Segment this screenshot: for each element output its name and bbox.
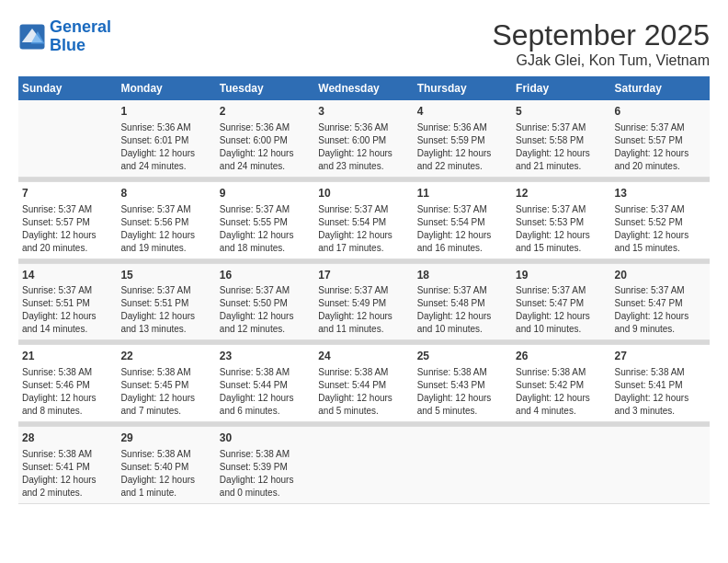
logo-text: General Blue: [50, 18, 111, 55]
calendar-cell: 12Sunrise: 5:37 AMSunset: 5:53 PMDayligh…: [512, 181, 610, 259]
day-number: 4: [417, 104, 508, 120]
cell-info: Sunrise: 5:37 AMSunset: 5:55 PMDaylight:…: [220, 203, 311, 255]
cell-info: Sunrise: 5:38 AMSunset: 5:41 PMDaylight:…: [615, 366, 706, 418]
calendar-cell: 21Sunrise: 5:38 AMSunset: 5:46 PMDayligh…: [18, 345, 117, 422]
calendar-cell: 15Sunrise: 5:37 AMSunset: 5:51 PMDayligh…: [117, 263, 215, 340]
day-number: 26: [516, 349, 607, 364]
calendar-cell: 27Sunrise: 5:38 AMSunset: 5:41 PMDayligh…: [611, 345, 710, 422]
day-number: 27: [615, 349, 706, 364]
calendar-cell: 3Sunrise: 5:36 AMSunset: 6:00 PMDaylight…: [314, 100, 413, 177]
weekday-header-wednesday: Wednesday: [314, 76, 413, 100]
calendar-cell: [314, 427, 413, 504]
weekday-header-sunday: Sunday: [18, 76, 117, 100]
calendar-cell: 28Sunrise: 5:38 AMSunset: 5:41 PMDayligh…: [18, 427, 117, 504]
day-number: 22: [120, 349, 211, 364]
calendar-cell: 13Sunrise: 5:37 AMSunset: 5:52 PMDayligh…: [611, 181, 710, 259]
calendar-cell: 24Sunrise: 5:38 AMSunset: 5:44 PMDayligh…: [314, 345, 413, 422]
cell-info: Sunrise: 5:36 AMSunset: 6:00 PMDaylight:…: [318, 121, 409, 173]
calendar-cell: [611, 427, 710, 504]
calendar-table: SundayMondayTuesdayWednesdayThursdayFrid…: [18, 76, 710, 504]
weekday-header-tuesday: Tuesday: [216, 76, 314, 100]
cell-info: Sunrise: 5:37 AMSunset: 5:57 PMDaylight:…: [615, 121, 706, 173]
calendar-cell: [512, 427, 610, 504]
calendar-cell: [18, 100, 117, 177]
cell-info: Sunrise: 5:37 AMSunset: 5:54 PMDaylight:…: [318, 203, 409, 255]
page-header: General Blue September 2025 GJak Glei, K…: [18, 18, 710, 69]
calendar-cell: 8Sunrise: 5:37 AMSunset: 5:56 PMDaylight…: [117, 181, 215, 259]
calendar-cell: 2Sunrise: 5:36 AMSunset: 6:00 PMDaylight…: [216, 100, 314, 177]
cell-info: Sunrise: 5:37 AMSunset: 5:51 PMDaylight:…: [120, 284, 211, 336]
calendar-location: GJak Glei, Kon Tum, Vietnam: [492, 52, 710, 69]
cell-info: Sunrise: 5:38 AMSunset: 5:43 PMDaylight:…: [417, 366, 508, 418]
cell-info: Sunrise: 5:37 AMSunset: 5:52 PMDaylight:…: [615, 203, 706, 255]
cell-info: Sunrise: 5:38 AMSunset: 5:40 PMDaylight:…: [120, 448, 211, 500]
weekday-header-row: SundayMondayTuesdayWednesdayThursdayFrid…: [18, 76, 710, 100]
calendar-header: September 2025 GJak Glei, Kon Tum, Vietn…: [492, 18, 710, 69]
calendar-cell: 11Sunrise: 5:37 AMSunset: 5:54 PMDayligh…: [414, 181, 512, 259]
day-number: 13: [615, 186, 706, 201]
calendar-cell: 25Sunrise: 5:38 AMSunset: 5:43 PMDayligh…: [414, 345, 512, 422]
day-number: 2: [220, 104, 311, 120]
day-number: 28: [22, 431, 113, 446]
calendar-cell: 9Sunrise: 5:37 AMSunset: 5:55 PMDaylight…: [216, 181, 314, 259]
calendar-week-row: 14Sunrise: 5:37 AMSunset: 5:51 PMDayligh…: [18, 263, 710, 340]
cell-info: Sunrise: 5:38 AMSunset: 5:45 PMDaylight:…: [120, 366, 211, 418]
day-number: 14: [22, 268, 113, 283]
cell-info: Sunrise: 5:38 AMSunset: 5:41 PMDaylight:…: [22, 448, 113, 500]
calendar-cell: 1Sunrise: 5:36 AMSunset: 6:01 PMDaylight…: [117, 100, 215, 177]
day-number: 1: [120, 104, 211, 120]
day-number: 30: [220, 431, 311, 446]
cell-info: Sunrise: 5:37 AMSunset: 5:58 PMDaylight:…: [516, 121, 607, 173]
cell-info: Sunrise: 5:37 AMSunset: 5:51 PMDaylight:…: [22, 284, 113, 336]
calendar-cell: 14Sunrise: 5:37 AMSunset: 5:51 PMDayligh…: [18, 263, 117, 340]
day-number: 19: [516, 268, 607, 283]
cell-info: Sunrise: 5:37 AMSunset: 5:50 PMDaylight:…: [220, 284, 311, 336]
calendar-cell: 6Sunrise: 5:37 AMSunset: 5:57 PMDaylight…: [611, 100, 710, 177]
calendar-week-row: 7Sunrise: 5:37 AMSunset: 5:57 PMDaylight…: [18, 181, 710, 259]
day-number: 16: [220, 268, 311, 283]
calendar-cell: 26Sunrise: 5:38 AMSunset: 5:42 PMDayligh…: [512, 345, 610, 422]
cell-info: Sunrise: 5:38 AMSunset: 5:44 PMDaylight:…: [318, 366, 409, 418]
calendar-cell: 5Sunrise: 5:37 AMSunset: 5:58 PMDaylight…: [512, 100, 610, 177]
cell-info: Sunrise: 5:37 AMSunset: 5:47 PMDaylight:…: [615, 284, 706, 336]
calendar-cell: 29Sunrise: 5:38 AMSunset: 5:40 PMDayligh…: [117, 427, 215, 504]
weekday-header-thursday: Thursday: [414, 76, 512, 100]
day-number: 17: [318, 268, 409, 283]
calendar-cell: 17Sunrise: 5:37 AMSunset: 5:49 PMDayligh…: [314, 263, 413, 340]
calendar-cell: 20Sunrise: 5:37 AMSunset: 5:47 PMDayligh…: [611, 263, 710, 340]
day-number: 5: [516, 104, 607, 120]
day-number: 18: [417, 268, 508, 283]
day-number: 24: [318, 349, 409, 364]
cell-info: Sunrise: 5:37 AMSunset: 5:56 PMDaylight:…: [120, 203, 211, 255]
cell-info: Sunrise: 5:38 AMSunset: 5:46 PMDaylight:…: [22, 366, 113, 418]
day-number: 15: [120, 268, 211, 283]
calendar-cell: 22Sunrise: 5:38 AMSunset: 5:45 PMDayligh…: [117, 345, 215, 422]
calendar-cell: 18Sunrise: 5:37 AMSunset: 5:48 PMDayligh…: [414, 263, 512, 340]
calendar-cell: 16Sunrise: 5:37 AMSunset: 5:50 PMDayligh…: [216, 263, 314, 340]
cell-info: Sunrise: 5:38 AMSunset: 5:42 PMDaylight:…: [516, 366, 607, 418]
calendar-title: September 2025: [492, 18, 710, 52]
weekday-header-friday: Friday: [512, 76, 610, 100]
day-number: 8: [120, 186, 211, 201]
calendar-week-row: 21Sunrise: 5:38 AMSunset: 5:46 PMDayligh…: [18, 345, 710, 422]
day-number: 21: [22, 349, 113, 364]
day-number: 25: [417, 349, 508, 364]
day-number: 29: [120, 431, 211, 446]
cell-info: Sunrise: 5:37 AMSunset: 5:53 PMDaylight:…: [516, 203, 607, 255]
day-number: 20: [615, 268, 706, 283]
cell-info: Sunrise: 5:36 AMSunset: 6:01 PMDaylight:…: [120, 121, 211, 173]
cell-info: Sunrise: 5:37 AMSunset: 5:47 PMDaylight:…: [516, 284, 607, 336]
calendar-week-row: 1Sunrise: 5:36 AMSunset: 6:01 PMDaylight…: [18, 100, 710, 177]
cell-info: Sunrise: 5:37 AMSunset: 5:49 PMDaylight:…: [318, 284, 409, 336]
day-number: 3: [318, 104, 409, 120]
cell-info: Sunrise: 5:37 AMSunset: 5:57 PMDaylight:…: [22, 203, 113, 255]
day-number: 7: [22, 186, 113, 201]
calendar-week-row: 28Sunrise: 5:38 AMSunset: 5:41 PMDayligh…: [18, 427, 710, 504]
day-number: 12: [516, 186, 607, 201]
cell-info: Sunrise: 5:37 AMSunset: 5:48 PMDaylight:…: [417, 284, 508, 336]
cell-info: Sunrise: 5:36 AMSunset: 5:59 PMDaylight:…: [417, 121, 508, 173]
cell-info: Sunrise: 5:36 AMSunset: 6:00 PMDaylight:…: [220, 121, 311, 173]
calendar-cell: 7Sunrise: 5:37 AMSunset: 5:57 PMDaylight…: [18, 181, 117, 259]
calendar-cell: 19Sunrise: 5:37 AMSunset: 5:47 PMDayligh…: [512, 263, 610, 340]
cell-info: Sunrise: 5:37 AMSunset: 5:54 PMDaylight:…: [417, 203, 508, 255]
